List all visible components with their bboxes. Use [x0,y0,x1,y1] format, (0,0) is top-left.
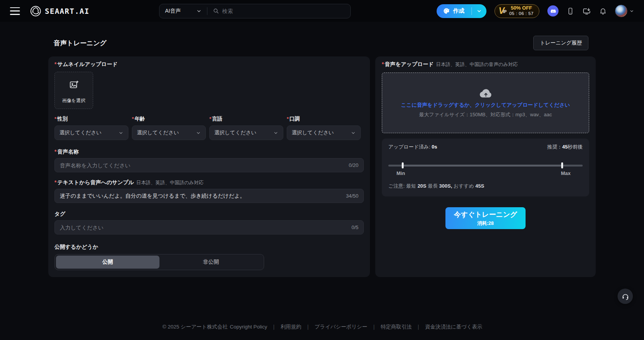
image-plus-icon [69,80,79,90]
thumbnail-upload-box[interactable]: 画像を選択 [54,72,93,109]
create-dropdown-toggle[interactable] [472,4,486,18]
duration-slider[interactable] [388,162,583,168]
gender-select[interactable]: 選択してください [54,125,128,140]
sample-text-field: 34/50 [54,189,364,203]
chevron-down-icon [273,130,278,135]
footer-link-copyright-policy[interactable]: Copyright Policy [230,324,268,330]
voice-name-counter: 0/20 [349,162,358,168]
search-bar: AI音声 [159,4,351,18]
dropzone-primary-text: ここに音声をドラッグするか、クリックしてアップロードしてください [401,102,570,109]
hamburger-icon [10,7,20,15]
thumbnail-label: サムネイルアップロード [54,61,118,68]
vip-countdown: 05 : 06 : 57 [509,11,534,16]
sample-text-input[interactable] [60,193,342,199]
chevron-down-icon [196,8,202,14]
navbar: SEAART.AI AI音声 作成 [0,0,644,22]
recommended-duration: 推奨：45秒前後 [547,144,583,150]
vip-offer-text: 50% OFF [511,5,532,11]
duration-panel: アップロード済み: 0s 推奨：45秒前後 Min Max [382,139,589,196]
train-now-label: 今すぐトレーニング [454,210,517,219]
search-icon [213,8,219,14]
tags-counter: 0/5 [352,224,358,230]
train-cost: 消耗:28 [477,220,494,227]
visibility-option-private[interactable]: 非公開 [159,256,263,269]
field-age: 年齢 選択してください [132,116,206,140]
field-tone: 口調 選択してください [287,116,361,140]
copyright-text: © 2025 シーアート株式会社 [163,324,228,330]
create-button[interactable]: 作成 [437,4,486,18]
train-now-button[interactable]: 今すぐトレーニング 消耗:28 [445,207,526,229]
uploaded-duration: アップロード済み: 0s [388,144,437,150]
chevron-down-icon [351,130,356,135]
training-form-card: サムネイルアップロード 画像を選択 性別 選択してください [48,56,370,277]
tone-select[interactable]: 選択してください [287,125,361,140]
account-menu[interactable] [615,5,634,17]
tags-label: タグ [54,211,66,218]
mobile-app-button[interactable] [567,7,574,15]
navbar-actions: 作成 V IP 50% OFF 05 : 06 : 57 [437,4,634,18]
slider-range [402,165,561,167]
create-button-label: 作成 [453,7,465,15]
slider-min-label: Min [396,170,405,176]
sample-text-counter: 34/50 [346,193,358,199]
chevron-down-icon [196,130,201,135]
discord-icon [547,5,559,17]
menu-button[interactable] [10,7,20,15]
search-category-value: AI音声 [165,8,181,15]
voice-name-label: 音声名称 [54,149,79,155]
visibility-label: 公開するかどうか [54,244,98,251]
voice-name-field: 0/20 [54,158,364,172]
main-content: 音声トレーニング トレーニング履歴 サムネイルアップロード 画像を選択 [48,36,596,277]
search-category-select[interactable]: AI音声 [165,8,201,15]
chevron-down-icon [629,9,634,13]
audio-upload-hint: 日本語、英語、中国語の音声のみ対応 [436,61,518,68]
footer-link-payment-law[interactable]: 資金決済法に基づく表示 [425,324,482,330]
sample-text-hint: 日本語、英語、中国語のみ対応 [136,180,204,186]
notifications-button[interactable] [599,7,607,15]
visibility-toggle: 公開 非公開 [54,254,264,270]
training-history-button[interactable]: トレーニング履歴 [533,36,588,50]
bell-icon [599,7,607,15]
footer-link-terms[interactable]: 利用規約 [281,324,301,330]
field-language: 言語 選択してください [209,116,283,140]
slider-handle-min[interactable] [402,162,404,168]
voice-name-input[interactable] [60,162,345,168]
audio-upload-card: 音声をアップロード 日本語、英語、中国語の音声のみ対応 ここに音声をドラッグする… [375,56,596,277]
tags-input[interactable] [60,224,348,231]
audio-dropzone[interactable]: ここに音声をドラッグするか、クリックしてアップロードしてください 最大ファイルサ… [382,73,589,133]
seaart-logo-icon [30,5,41,17]
audio-upload-label: 音声をアップロード [382,61,434,68]
field-gender: 性別 選択してください [54,116,128,140]
phone-icon [567,7,574,15]
slider-handle-max[interactable] [561,162,563,168]
footer-link-commerce-law[interactable]: 特定商取引法 [381,324,412,330]
tags-field: 0/5 [54,220,364,234]
desktop-app-button[interactable] [582,7,591,15]
page-title: 音声トレーニング [54,39,107,48]
search-input[interactable] [222,8,345,14]
brand[interactable]: SEAART.AI [30,5,89,17]
duration-note: ご注意: 最短 20S 最長 300S, おすすめ 45S [388,183,583,190]
language-select[interactable]: 選択してください [209,125,283,140]
age-select[interactable]: 選択してください [132,125,206,140]
sample-text-label: テキストから音声へのサンプル [54,179,134,186]
chevron-down-icon [118,130,123,135]
slider-max-label: Max [561,170,570,176]
palette-icon [443,7,450,15]
discord-button[interactable] [547,5,559,17]
visibility-option-public[interactable]: 公開 [56,256,159,269]
avatar [615,5,628,17]
footer-link-privacy[interactable]: プライバシーポリシー [315,324,368,330]
cloud-upload-icon [479,87,493,99]
headset-icon [621,292,629,300]
brand-name: SEAART.AI [45,7,89,15]
support-button[interactable] [618,289,633,304]
vip-offer-badge[interactable]: V IP 50% OFF 05 : 06 : 57 [495,4,539,18]
divider [207,7,207,15]
monitor-download-icon [582,7,591,15]
footer: © 2025 シーアート株式会社 Copyright Policy ｜ 利用規約… [0,323,644,330]
dropzone-secondary-text: 最大ファイルサイズ：150MB、対応形式：mp3、wav、aac [419,111,552,118]
select-image-label: 画像を選択 [62,97,85,104]
